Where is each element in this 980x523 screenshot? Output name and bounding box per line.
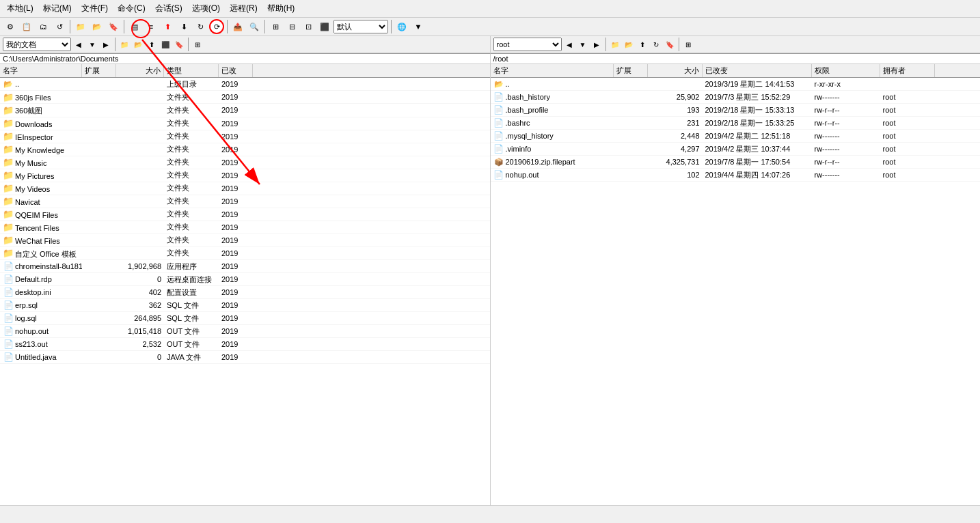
left-header-date[interactable]: 已改 [219,64,253,77]
table-row[interactable]: 📄ss213.out 2,532 OUT 文件 2019 [0,338,490,351]
right-nav-cmd[interactable]: ⊞ [682,38,694,51]
file-date: 2019 [219,249,253,258]
table-row[interactable]: 📄.bash_history 25,902 2019/7/3 星期三 15:52… [491,91,981,104]
left-file-panel[interactable]: 名字 扩展 大小 类型 已改 📂.. 上级目录 2019 📁360js File… [0,64,491,505]
view-dropdown[interactable]: 默认 [334,20,388,33]
toolbar-btn-18[interactable]: ⬛ [317,19,332,34]
table-row[interactable]: 📁Navicat 文件夹 2019 [0,195,490,208]
left-header-name[interactable]: 名字 [0,64,82,77]
file-size: 362 [116,300,164,310]
table-row[interactable]: 📁自定义 Office 模板 文件夹 2019 [0,247,490,261]
menu-command[interactable]: 命令(C) [113,1,150,16]
table-row[interactable]: 📁My Videos 文件夹 2019 [0,182,490,195]
toolbar-btn-7[interactable]: 🔖 [106,19,121,34]
toolbar-btn-17[interactable]: ⊡ [301,19,316,34]
right-nav-forward[interactable]: ▶ [590,38,603,51]
table-row[interactable]: 📁My Music 文件夹 2019 [0,156,490,169]
toolbar-btn-5[interactable]: 📁 [73,19,88,34]
toolbar-btn-2[interactable]: 📋 [19,19,34,34]
left-nav-up[interactable]: ⬆ [146,38,158,51]
table-row[interactable]: 📄.bash_profile 193 2019/2/18 星期一 15:33:1… [491,104,981,117]
left-nav-forward[interactable]: ▶ [100,38,112,51]
left-header-type[interactable]: 类型 [164,64,219,77]
table-row[interactable]: 📁My Knowledge 文件夹 2019 [0,143,490,156]
left-header-size[interactable]: 大小 [116,64,164,77]
right-header-size[interactable]: 大小 [648,64,703,77]
table-row[interactable]: 📄.bashrc 231 2019/2/18 星期一 15:33:25 rw-r… [491,117,981,130]
toolbar-btn-16[interactable]: ⊟ [284,19,299,34]
table-row[interactable]: 📄log.sql 264,895 SQL 文件 2019 [0,312,490,325]
menu-options[interactable]: 选项(O) [188,1,224,16]
left-nav-root[interactable]: ⬛ [159,38,172,51]
menu-remote[interactable]: 远程(R) [226,1,262,16]
table-row[interactable]: 📄nohup.out 102 2019/4/4 星期四 14:07:26 rw-… [491,169,981,182]
toolbar-btn-14[interactable]: 🔍 [247,19,262,34]
left-nav-bookmark[interactable]: 🔖 [173,38,185,51]
toolbar-btn-sync[interactable]: ⟳ [209,19,224,34]
right-nav-down[interactable]: ▼ [577,38,589,51]
table-row[interactable]: 📄.viminfo 4,297 2019/4/2 星期三 10:37:44 rw… [491,143,981,156]
right-nav-up[interactable]: ⬆ [636,38,649,51]
table-row[interactable]: 📁360js Files 文件夹 2019 [0,91,490,104]
toolbar-btn-19[interactable]: ▼ [411,19,426,34]
table-row[interactable]: 📄.mysql_history 2,448 2019/4/2 星期二 12:51… [491,130,981,143]
table-row[interactable]: 📁Downloads 文件夹 2019 [0,117,490,130]
toolbar-btn-10[interactable]: ⬆ [160,19,175,34]
right-file-panel[interactable]: 名字 扩展 大小 已改变 权限 拥有者 📂.. 2019/3/19 星期二 14… [491,64,981,505]
toolbar-btn-8[interactable]: ▤ [127,19,142,34]
menu-help[interactable]: 帮助(H) [263,1,299,16]
left-drive-dropdown[interactable]: 我的文档 [3,38,71,51]
right-header-name[interactable]: 名字 [491,64,614,77]
file-name: 📄ss213.out [0,338,82,350]
right-header-ext[interactable]: 扩展 [614,64,648,77]
right-header-owner[interactable]: 拥有者 [880,64,935,77]
table-row[interactable]: 📂.. 上级目录 2019 [0,78,490,91]
left-nav-cmd[interactable]: ⊞ [191,38,204,51]
table-row[interactable]: 📁My Pictures 文件夹 2019 [0,169,490,182]
table-row[interactable]: 📄desktop.ini 402 配置设置 2019 [0,286,490,299]
left-nav-folder2[interactable]: 📂 [132,38,144,51]
toolbar-btn-globe[interactable]: 🌐 [394,19,409,34]
right-header-perm[interactable]: 权限 [812,64,880,77]
toolbar-btn-4[interactable]: ↺ [52,19,67,34]
right-nav-back[interactable]: ◀ [563,38,575,51]
table-row[interactable]: 📄nohup.out 1,015,418 OUT 文件 2019 [0,325,490,338]
toolbar-btn-6[interactable]: 📂 [90,19,105,34]
right-drive-dropdown[interactable]: root [493,38,562,51]
menu-session[interactable]: 会话(S) [151,1,187,16]
right-nav-folder2[interactable]: 📂 [623,38,635,51]
table-row[interactable]: 📁Tencent Files 文件夹 2019 [0,221,490,234]
table-row[interactable]: 📄Default.rdp 0 远程桌面连接 2019 [0,273,490,286]
toolbar-btn-9[interactable]: ≡ [144,19,159,34]
table-row[interactable]: 📄Untitled.java 0 JAVA 文件 2019 [0,351,490,364]
file-name: 📁My Videos [0,182,82,195]
toolbar-btn-15[interactable]: ⊞ [268,19,283,34]
table-row[interactable]: 📁360截图 文件夹 2019 [0,104,490,117]
table-row[interactable]: 📁IEInspector 文件夹 2019 [0,130,490,143]
menu-mark[interactable]: 标记(M) [39,1,76,16]
table-row[interactable]: 📁QQEIM Files 文件夹 2019 [0,208,490,221]
left-nav-down[interactable]: ▼ [86,38,98,51]
menu-file[interactable]: 文件(F) [77,1,112,16]
left-nav-back[interactable]: ◀ [72,38,85,51]
right-nav-refresh[interactable]: ↻ [650,38,662,51]
toolbar-btn-12[interactable]: ↻ [193,19,208,34]
table-row[interactable]: 📄chromeinstall-8u181... 1,902,968 应用程序 2… [0,260,490,273]
right-nav-bookmark[interactable]: 🔖 [664,38,676,51]
right-header-date[interactable]: 已改变 [703,64,812,77]
left-header-ext[interactable]: 扩展 [82,64,116,77]
toolbar-btn-11[interactable]: ⬇ [176,19,191,34]
file-type: 文件夹 [164,156,219,168]
table-row[interactable]: 📄erp.sql 362 SQL 文件 2019 [0,299,490,312]
menu-local[interactable]: 本地(L) [3,1,38,16]
right-nav-folder[interactable]: 📁 [609,38,621,51]
file-owner: root [880,170,935,180]
toolbar-btn-3[interactable]: 🗂 [36,19,51,34]
toolbar-btn-1[interactable]: ⚙ [3,19,18,34]
table-row[interactable]: 📦20190619.zip.filepart 4,325,731 2019/7/… [491,156,981,169]
table-row[interactable]: 📁WeChat Files 文件夹 2019 [0,234,490,247]
left-nav-folder[interactable]: 📁 [118,38,131,51]
table-row[interactable]: 📂.. 2019/3/19 星期二 14:41:53 r-xr-xr-x [491,78,981,91]
file-perm: rw-r--r-- [812,157,880,167]
toolbar-btn-13[interactable]: 📤 [230,19,245,34]
